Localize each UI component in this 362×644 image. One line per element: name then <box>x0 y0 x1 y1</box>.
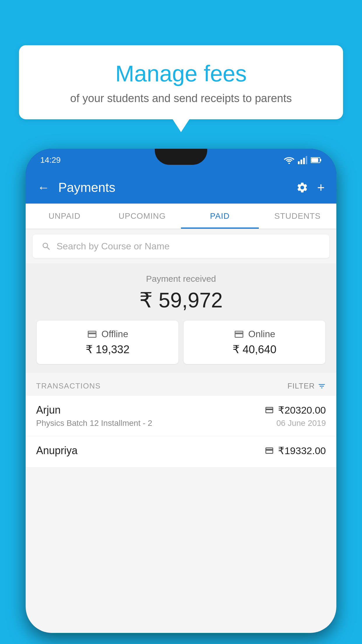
transaction-date: 06 June 2019 <box>276 419 326 428</box>
svg-point-0 <box>289 163 290 164</box>
settings-icon[interactable] <box>296 181 308 194</box>
status-time: 14:29 <box>40 155 61 165</box>
cash-payment-icon <box>265 446 274 455</box>
add-button[interactable]: + <box>317 180 325 195</box>
tab-bar: UNPAID UPCOMING PAID STUDENTS <box>26 204 336 229</box>
filter-label: FILTER <box>287 382 315 391</box>
offline-label: Offline <box>101 329 128 340</box>
transaction-course: Physics Batch 12 Installment - 2 <box>36 419 152 428</box>
payment-received-amount: ₹ 59,972 <box>31 288 331 312</box>
speech-bubble-subtitle: of your students and send receipts to pa… <box>36 92 326 105</box>
svg-rect-3 <box>303 158 305 164</box>
payment-received-section: Payment received ₹ 59,972 Offli <box>26 263 336 373</box>
wifi-icon <box>284 156 294 164</box>
search-bar[interactable]: Search by Course or Name <box>33 235 329 258</box>
svg-rect-7 <box>311 158 318 162</box>
search-input-placeholder[interactable]: Search by Course or Name <box>57 241 170 252</box>
cash-icon <box>87 329 97 340</box>
table-row[interactable]: Arjun ₹20320.00 Physics <box>26 396 336 436</box>
svg-rect-1 <box>298 161 300 164</box>
payment-type-icon <box>265 405 274 415</box>
speech-bubble: Manage fees of your students and send re… <box>19 45 343 119</box>
svg-rect-2 <box>301 160 302 164</box>
payment-received-label: Payment received <box>31 274 331 284</box>
signal-icon <box>298 156 307 164</box>
transactions-header: TRANSACTIONS FILTER <box>26 373 336 396</box>
app-header: ← Payments + <box>26 172 336 204</box>
header-actions: + <box>296 180 325 195</box>
card-icon <box>234 329 244 340</box>
transaction-amount: ₹19332.00 <box>278 445 326 456</box>
transaction-amount: ₹20320.00 <box>278 404 326 416</box>
speech-bubble-title: Manage fees <box>36 61 326 86</box>
phone-frame: 14:29 <box>26 149 336 644</box>
transaction-amount-wrap: ₹20320.00 <box>265 404 326 416</box>
online-label: Online <box>248 329 275 340</box>
search-icon <box>41 242 51 251</box>
payment-cards: Offline ₹ 19,332 <box>31 321 331 364</box>
offline-payment-card: Offline ₹ 19,332 <box>37 321 178 364</box>
transactions-label: TRANSACTIONS <box>36 382 101 391</box>
back-button[interactable]: ← <box>37 181 50 194</box>
transaction-name: Anupriya <box>36 444 78 457</box>
main-content: Search by Course or Name Payment receive… <box>26 229 336 633</box>
status-icons <box>284 156 322 164</box>
battery-icon <box>311 157 322 163</box>
online-payment-card: Online ₹ 40,640 <box>184 321 325 364</box>
tab-paid[interactable]: PAID <box>181 204 259 229</box>
tab-unpaid[interactable]: UNPAID <box>26 204 103 229</box>
offline-amount: ₹ 19,332 <box>44 343 171 356</box>
filter-button[interactable]: FILTER <box>287 382 326 391</box>
tab-students[interactable]: STUDENTS <box>259 204 337 229</box>
online-amount: ₹ 40,640 <box>191 343 318 356</box>
transaction-list: Arjun ₹20320.00 Physics <box>26 396 336 468</box>
notch <box>155 149 207 165</box>
tab-upcoming[interactable]: UPCOMING <box>103 204 181 229</box>
transaction-name: Arjun <box>36 404 61 416</box>
table-row[interactable]: Anupriya ₹19332.00 <box>26 436 336 468</box>
status-bar: 14:29 <box>26 149 336 172</box>
page-title: Payments <box>58 180 290 195</box>
svg-rect-4 <box>306 156 307 164</box>
transaction-amount-wrap: ₹19332.00 <box>265 445 326 456</box>
svg-rect-6 <box>320 159 321 161</box>
filter-icon <box>318 382 326 390</box>
